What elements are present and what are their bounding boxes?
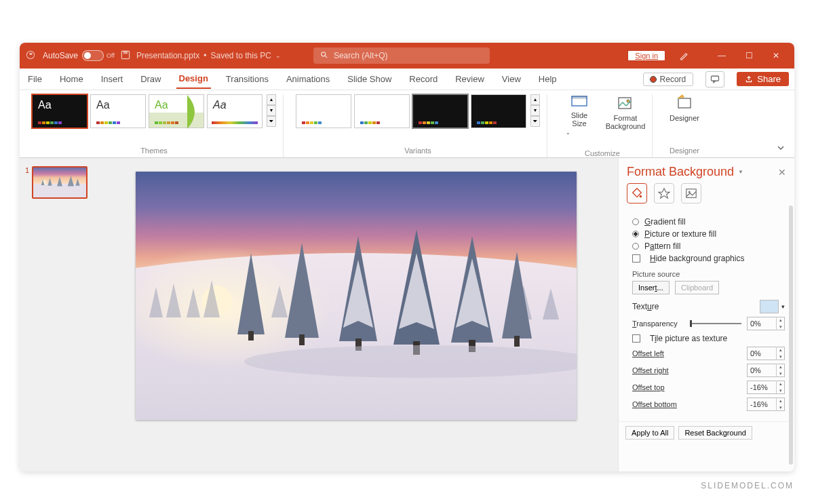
themes-label: Themes: [32, 144, 276, 155]
tab-view[interactable]: View: [499, 70, 524, 88]
themes-up[interactable]: ▴: [267, 94, 276, 105]
customize-group: Slide Size⌄ Format Background Customize: [553, 94, 653, 157]
fill-tab-icon[interactable]: [627, 183, 647, 203]
pattern-fill-option[interactable]: Pattern fill: [632, 241, 785, 251]
texture-dropdown[interactable]: ▾: [781, 303, 785, 310]
svg-rect-53: [514, 336, 520, 347]
search-placeholder: Search (Alt+Q): [334, 51, 388, 60]
offset-left-value[interactable]: 0%▴▾: [747, 347, 785, 360]
svg-point-4: [322, 52, 326, 56]
ribbon-collapse-button[interactable]: [773, 140, 789, 157]
offset-left-label: Offset left: [632, 349, 664, 357]
hide-bg-graphics[interactable]: Hide background graphics: [632, 254, 785, 263]
tab-insert[interactable]: Insert: [98, 70, 126, 88]
minimize-button[interactable]: —: [709, 45, 735, 66]
clipboard-button: Clipboard: [675, 281, 719, 294]
apply-all-button[interactable]: Apply to All: [625, 426, 674, 440]
variant-3[interactable]: [412, 94, 468, 128]
tile-option[interactable]: Tile picture as texture: [632, 334, 785, 343]
svg-rect-6: [712, 76, 719, 81]
offset-bottom-label: Offset bottom: [632, 400, 677, 408]
tab-review[interactable]: Review: [452, 70, 487, 88]
panel-close-button[interactable]: ✕: [778, 167, 786, 178]
tab-design[interactable]: Design: [176, 69, 211, 89]
effects-tab-icon[interactable]: [654, 183, 674, 203]
variants-down[interactable]: ▾: [530, 105, 540, 116]
panel-dropdown-icon[interactable]: ▼: [738, 169, 743, 175]
svg-rect-38: [299, 334, 305, 345]
variant-2[interactable]: [354, 94, 410, 128]
tab-home[interactable]: Home: [57, 70, 86, 88]
theme-thumb-4[interactable]: Aa: [207, 94, 263, 128]
picture-fill-option[interactable]: Picture or texture fill: [632, 229, 785, 239]
svg-point-61: [689, 191, 691, 193]
record-button[interactable]: Record: [643, 73, 694, 86]
designer-button[interactable]: Designer: [665, 94, 704, 122]
tab-animations[interactable]: Animations: [284, 70, 332, 88]
designer-label: Designer: [665, 144, 704, 155]
document-title[interactable]: Presentation.pptx • Saved to this PC ⌄: [136, 51, 281, 60]
themes-down[interactable]: ▾: [267, 105, 276, 116]
save-icon[interactable]: [120, 50, 131, 62]
autosave-label: AutoSave: [43, 51, 78, 60]
signin-button[interactable]: Sign in: [627, 50, 665, 61]
variants-up[interactable]: ▴: [530, 94, 540, 105]
offset-right-value[interactable]: 0%▴▾: [747, 364, 785, 377]
texture-label: Texture: [632, 302, 659, 311]
variants-label: Variants: [296, 144, 540, 155]
slide-canvas[interactable]: [94, 158, 618, 471]
variant-4[interactable]: [471, 94, 526, 128]
svg-rect-11: [678, 98, 691, 108]
thumb-number: 1: [25, 166, 29, 199]
tab-record[interactable]: Record: [406, 70, 440, 88]
variants-more[interactable]: ⏷: [530, 116, 540, 127]
window-controls: — ☐ ✕: [709, 45, 789, 66]
insert-button[interactable]: Insert...: [632, 281, 670, 294]
pen-icon[interactable]: [671, 50, 697, 61]
svg-point-10: [627, 100, 629, 102]
themes-scroll: ▴ ▾ ⏷: [267, 94, 276, 127]
close-button[interactable]: ✕: [763, 45, 789, 66]
search-input[interactable]: Search (Alt+Q): [313, 47, 490, 64]
texture-picker[interactable]: [760, 300, 779, 313]
tab-help[interactable]: Help: [536, 70, 560, 88]
gradient-fill-option[interactable]: GGradient fillradient fill: [632, 217, 785, 227]
slide-thumbnail-1[interactable]: [32, 166, 88, 199]
offset-top-label: Offset top: [632, 383, 665, 391]
reset-background-button[interactable]: Reset Background: [678, 426, 752, 440]
tab-file[interactable]: File: [25, 70, 45, 88]
current-slide[interactable]: [136, 172, 577, 420]
ribbon: Aa Aa Aa Aa ▴ ▾ ⏷: [20, 90, 794, 158]
svg-marker-59: [659, 189, 670, 198]
picture-tab-icon[interactable]: [681, 183, 701, 203]
app-window: AutoSave Off Presentation.pptx • Saved t…: [20, 43, 794, 471]
autosave-toggle[interactable]: AutoSave Off: [43, 50, 115, 61]
panel-title: Format Background: [627, 165, 734, 179]
variant-1[interactable]: [296, 94, 351, 128]
themes-more[interactable]: ⏷: [267, 116, 276, 127]
offset-bottom-value[interactable]: -16%▴▾: [747, 398, 785, 411]
panel-scrollbar[interactable]: [789, 206, 793, 465]
slide-size-button[interactable]: Slide Size⌄: [560, 94, 599, 136]
theme-thumb-3[interactable]: Aa: [149, 94, 204, 128]
tab-slideshow[interactable]: Slide Show: [345, 70, 394, 88]
workspace: 1: [20, 158, 794, 471]
svg-point-58: [640, 195, 642, 198]
app-icon: [25, 50, 37, 62]
share-button[interactable]: Share: [737, 72, 789, 86]
transparency-slider[interactable]: [690, 323, 741, 324]
watermark: SLIDEMODEL.COM: [701, 481, 794, 490]
offset-top-value[interactable]: -16%▴▾: [747, 381, 785, 394]
comments-button[interactable]: [705, 71, 724, 88]
transparency-value[interactable]: 0%▴▾: [747, 317, 785, 330]
format-background-button[interactable]: Format Background: [606, 94, 645, 136]
offset-right-label: Offset right: [632, 366, 669, 374]
autosave-state: Off: [106, 52, 115, 59]
tab-transitions[interactable]: Transitions: [223, 70, 271, 88]
theme-thumb-1[interactable]: Aa: [32, 94, 88, 128]
slide-thumbnails: 1: [20, 158, 94, 471]
theme-thumb-2[interactable]: Aa: [90, 94, 146, 128]
maximize-button[interactable]: ☐: [736, 45, 762, 66]
svg-line-5: [325, 56, 327, 58]
tab-draw[interactable]: Draw: [138, 70, 163, 88]
